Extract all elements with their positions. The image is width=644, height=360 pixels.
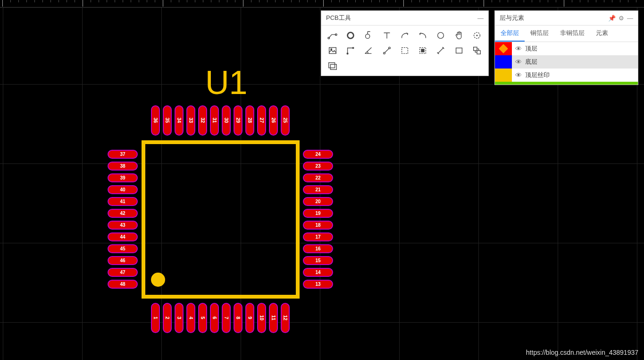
tool-via[interactable] [360, 28, 377, 43]
pad-15[interactable]: 15 [303, 256, 333, 265]
pin1-marker[interactable] [151, 273, 165, 287]
pin-icon[interactable]: 📌 [608, 15, 616, 21]
tool-solid-region[interactable] [414, 43, 431, 58]
pad-29[interactable]: 29 [234, 105, 243, 136]
pad-3[interactable]: 3 [175, 303, 184, 333]
pad-7[interactable]: 7 [222, 303, 231, 333]
tool-connect[interactable] [378, 43, 395, 58]
pad-41[interactable]: 41 [108, 197, 138, 206]
layers-panel: 层与元素 📌 ⚙ — 全部层铜箔层非铜箔层元素 👁顶层👁底层👁顶层丝印 [494, 10, 638, 85]
svg-rect-17 [473, 47, 477, 51]
tool-pad[interactable] [342, 28, 359, 43]
layer-tab-1[interactable]: 铜箔层 [525, 26, 554, 42]
tool-arc[interactable] [396, 28, 413, 43]
pad-45[interactable]: 45 [108, 244, 138, 253]
tool-arc-ccw[interactable] [414, 28, 431, 43]
tool-angle[interactable] [360, 43, 377, 58]
tool-group[interactable] [468, 43, 485, 58]
tool-circle[interactable] [432, 28, 449, 43]
pad-38[interactable]: 38 [108, 162, 138, 171]
pad-23[interactable]: 23 [303, 162, 333, 171]
pad-18[interactable]: 18 [303, 221, 333, 230]
minimize-icon[interactable]: — [477, 15, 484, 21]
layer-row-2[interactable]: 👁顶层丝印 [495, 69, 638, 82]
minimize-icon[interactable]: — [627, 15, 633, 21]
pad-37[interactable]: 37 [108, 150, 138, 159]
layer-swatch[interactable] [495, 69, 512, 82]
svg-rect-13 [401, 48, 408, 54]
pad-1[interactable]: 1 [151, 303, 160, 333]
layer-tab-2[interactable]: 非铜箔层 [554, 26, 590, 42]
pad-12[interactable]: 12 [281, 303, 290, 333]
gear-icon[interactable]: ⚙ [619, 15, 624, 21]
layer-swatch[interactable] [495, 42, 512, 55]
svg-rect-19 [329, 63, 335, 68]
layer-row-1[interactable]: 👁底层 [495, 55, 638, 69]
layer-tabs: 全部层铜箔层非铜箔层元素 [495, 26, 638, 42]
pcb-tools-header[interactable]: PCB工具 — [321, 11, 488, 26]
pad-4[interactable]: 4 [186, 303, 195, 333]
layer-row-0[interactable]: 👁顶层 [495, 42, 638, 55]
tool-hole[interactable] [468, 28, 485, 43]
pad-9[interactable]: 9 [245, 303, 254, 333]
pad-44[interactable]: 44 [108, 232, 138, 241]
watermark-text: https://blog.csdn.net/weixin_43891937 [526, 349, 638, 356]
pad-16[interactable]: 16 [303, 244, 333, 253]
designator-text[interactable]: U1 [205, 64, 247, 102]
pad-21[interactable]: 21 [303, 185, 333, 194]
pad-43[interactable]: 43 [108, 221, 138, 230]
pad-19[interactable]: 19 [303, 209, 333, 218]
svg-point-3 [366, 34, 370, 38]
visibility-icon[interactable]: 👁 [512, 58, 525, 66]
tool-track[interactable] [324, 28, 341, 43]
pad-2[interactable]: 2 [163, 303, 172, 333]
pad-48[interactable]: 48 [108, 280, 138, 289]
tool-image[interactable] [324, 43, 341, 58]
pad-13[interactable]: 13 [303, 280, 333, 289]
pad-20[interactable]: 20 [303, 197, 333, 206]
pad-47[interactable]: 47 [108, 268, 138, 277]
tool-copper-area[interactable] [396, 43, 413, 58]
pad-25[interactable]: 25 [281, 105, 290, 136]
pad-34[interactable]: 34 [175, 105, 184, 136]
layer-swatch[interactable] [495, 55, 512, 69]
pad-24[interactable]: 24 [303, 150, 333, 159]
pad-42[interactable]: 42 [108, 209, 138, 218]
pad-32[interactable]: 32 [198, 105, 207, 136]
tool-corner[interactable] [342, 43, 359, 58]
pad-22[interactable]: 22 [303, 173, 333, 182]
svg-point-4 [438, 33, 444, 39]
pad-5[interactable]: 5 [198, 303, 207, 333]
pad-39[interactable]: 39 [108, 173, 138, 182]
pad-27[interactable]: 27 [257, 105, 266, 136]
svg-rect-18 [477, 51, 480, 54]
tool-board-outline[interactable] [324, 59, 341, 73]
pad-33[interactable]: 33 [186, 105, 195, 136]
pad-11[interactable]: 11 [269, 303, 278, 333]
layer-name: 底层 [525, 58, 638, 66]
layer-tab-0[interactable]: 全部层 [495, 26, 525, 42]
pad-14[interactable]: 14 [303, 268, 333, 277]
tool-text[interactable] [378, 28, 395, 43]
pad-40[interactable]: 40 [108, 185, 138, 194]
visibility-icon[interactable]: 👁 [512, 71, 525, 79]
pad-28[interactable]: 28 [245, 105, 254, 136]
pad-30[interactable]: 30 [222, 105, 231, 136]
pad-36[interactable]: 36 [151, 105, 160, 136]
tool-measure[interactable] [432, 43, 449, 58]
chip-outline[interactable] [142, 140, 300, 299]
pad-35[interactable]: 35 [163, 105, 172, 136]
pad-31[interactable]: 31 [210, 105, 219, 136]
tool-hand[interactable] [451, 28, 468, 43]
pad-17[interactable]: 17 [303, 232, 333, 241]
layer-strip-green [495, 82, 638, 85]
pad-26[interactable]: 26 [269, 105, 278, 136]
pad-10[interactable]: 10 [257, 303, 266, 333]
tool-rect[interactable] [451, 43, 468, 58]
pad-46[interactable]: 46 [108, 256, 138, 265]
visibility-icon[interactable]: 👁 [512, 45, 525, 52]
pad-8[interactable]: 8 [234, 303, 243, 333]
layers-header[interactable]: 层与元素 📌 ⚙ — [495, 11, 638, 26]
pad-6[interactable]: 6 [210, 303, 219, 333]
layer-tab-3[interactable]: 元素 [590, 26, 614, 42]
